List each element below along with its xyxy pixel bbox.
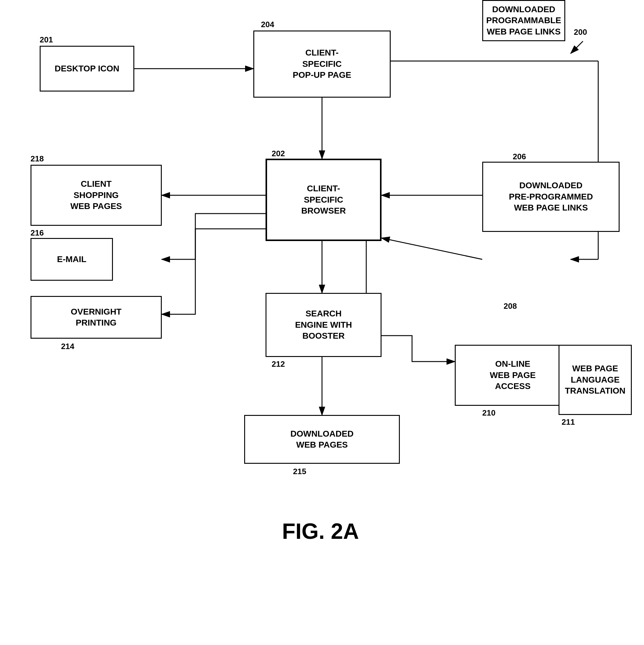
search-engine-box: SEARCHENGINE WITHBOOSTER [266, 293, 381, 357]
ref-216-label: 216 [30, 228, 44, 238]
overnight-printing-box: OVERNIGHTPRINTING [30, 296, 162, 339]
ref-206-label: 206 [513, 152, 526, 161]
desktop-icon-box: DESKTOP ICON [40, 46, 134, 91]
ref-202-label: 202 [272, 149, 285, 158]
ref-204-label: 204 [261, 20, 274, 29]
online-web-page-box: ON-LINEWEB PAGEACCESS [455, 345, 571, 406]
client-shopping-box: CLIENTSHOPPINGWEB PAGES [30, 165, 162, 226]
diagram-container: 200 DESKTOP ICON 201 CLIENT-SPECIFICPOP-… [0, 0, 644, 645]
ref-208-label: 208 [504, 301, 517, 311]
ref-211-label: 211 [561, 417, 575, 427]
ref-215-label: 215 [293, 467, 306, 476]
figure-label: FIG. 2A [244, 519, 397, 544]
web-page-translation-box: WEB PAGELANGUAGETRANSLATION [558, 345, 632, 415]
downloaded-programmable-box: DOWNLOADEDPROGRAMMABLEWEB PAGE LINKS [482, 0, 565, 41]
client-popup-box: CLIENT-SPECIFICPOP-UP PAGE [253, 30, 391, 97]
ref-212-label: 212 [272, 360, 285, 369]
downloaded-preprogrammed-box: DOWNLOADEDPRE-PROGRAMMEDWEB PAGE LINKS [482, 162, 620, 232]
email-box: E-MAIL [30, 238, 113, 281]
ref-218-label: 218 [30, 154, 44, 164]
downloaded-web-pages-box: DOWNLOADEDWEB PAGES [244, 415, 400, 464]
ref-200-label: 200 [574, 27, 587, 37]
ref-210-label: 210 [482, 408, 495, 418]
ref-201-label: 201 [40, 35, 53, 44]
svg-line-10 [381, 238, 482, 259]
client-browser-box: CLIENT-SPECIFICBROWSER [266, 159, 381, 241]
ref-214-label: 214 [61, 342, 74, 351]
svg-line-2 [571, 41, 583, 53]
